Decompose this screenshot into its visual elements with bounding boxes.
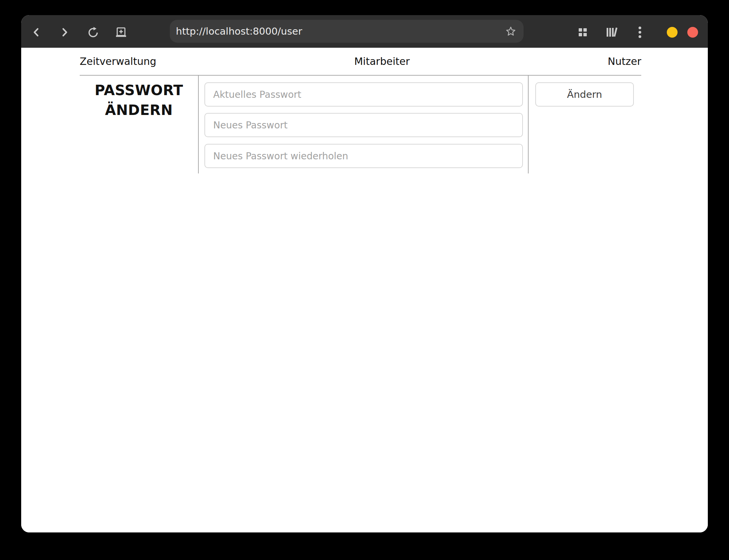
browser-window: Zeitverwaltung Mitarbeiter Nutzer PASSWO… [21, 15, 708, 532]
password-change-section: PASSWORT ÄNDERN Ändern [80, 76, 641, 173]
new-tab-icon [115, 27, 127, 38]
reload-button[interactable] [86, 25, 101, 40]
page-title: PASSWORT ÄNDERN [87, 80, 191, 120]
forward-button[interactable] [57, 25, 72, 40]
main-nav: Zeitverwaltung Mitarbeiter Nutzer [80, 48, 641, 76]
close-button[interactable] [687, 27, 698, 38]
new-password-input[interactable] [204, 113, 523, 137]
tab-overview-button[interactable] [575, 25, 590, 40]
web-page: Zeitverwaltung Mitarbeiter Nutzer PASSWO… [21, 48, 708, 532]
library-books-icon [606, 27, 618, 37]
current-password-input[interactable] [204, 82, 523, 107]
new-tab-button[interactable] [114, 25, 128, 40]
minimize-button[interactable] [667, 27, 678, 38]
screen: Zeitverwaltung Mitarbeiter Nutzer PASSWO… [0, 0, 729, 560]
chevron-right-icon [59, 27, 70, 38]
submit-cell: Ändern [529, 76, 641, 173]
back-button[interactable] [29, 25, 44, 40]
library-button[interactable] [605, 25, 620, 40]
repeat-new-password-input[interactable] [204, 144, 523, 168]
change-password-button[interactable]: Ändern [535, 82, 634, 107]
reload-icon [87, 26, 99, 38]
vertical-dots-icon [638, 26, 642, 38]
grid-icon [579, 28, 587, 36]
nav-item-nutzer[interactable]: Nutzer [608, 55, 641, 67]
nav-item-mitarbeiter[interactable]: Mitarbeiter [354, 55, 410, 67]
url-input[interactable] [176, 20, 499, 43]
bookmark-star-icon[interactable] [505, 25, 517, 37]
password-form [199, 76, 529, 173]
address-bar[interactable] [170, 20, 524, 43]
nav-item-zeitverwaltung[interactable]: Zeitverwaltung [80, 55, 156, 67]
chevron-left-icon [31, 27, 42, 38]
heading-cell: PASSWORT ÄNDERN [80, 76, 199, 173]
menu-button[interactable] [632, 25, 647, 40]
browser-toolbar [21, 15, 708, 48]
